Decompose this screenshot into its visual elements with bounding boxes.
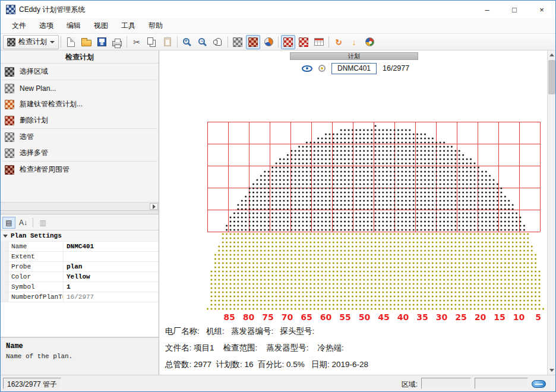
area-field-1 — [421, 378, 471, 389]
task-panel-header: 检查计划 — [1, 50, 159, 64]
sidebar-item-select-area[interactable]: 选择区域 — [1, 64, 159, 80]
new-titanium-plan-icon — [5, 100, 14, 109]
tube-grid-color-icon — [248, 37, 258, 47]
table-view-button[interactable] — [312, 35, 326, 49]
unselect-tubes-icon — [299, 37, 308, 47]
copy-icon — [147, 37, 153, 45]
property-value[interactable]: 16/2977 — [64, 292, 159, 302]
pie-view-button[interactable] — [261, 35, 276, 49]
chevron-down-icon — [50, 41, 55, 43]
select-area-icon — [5, 67, 14, 77]
property-value[interactable]: DNMC401 — [64, 242, 159, 251]
copy-button[interactable] — [145, 35, 159, 49]
sidebar-item-new-titanium-plan[interactable]: 新建钛管检查计划... — [1, 96, 159, 112]
menu-view[interactable]: 视图 — [87, 18, 115, 33]
property-value[interactable] — [64, 252, 159, 261]
menu-edit[interactable]: 编辑 — [60, 18, 87, 33]
tube-grid-color-button[interactable] — [246, 35, 260, 49]
task-panel: 检查计划 选择区域 New Plan... 新建钛管检查计划... 删除计划 — [1, 50, 159, 211]
property-pages-button[interactable]: ▥ — [36, 217, 49, 229]
print-button[interactable] — [110, 35, 124, 49]
settings-button[interactable] — [362, 35, 377, 49]
property-value[interactable]: 1 — [64, 282, 159, 292]
paste-button[interactable] — [160, 35, 175, 49]
help-text: Name of the plan. — [6, 353, 153, 360]
sidebar-item-label: 检查堵管周围管 — [20, 165, 70, 175]
plan-grid-icon — [7, 38, 15, 46]
category-plan-settings[interactable]: Plan Settings — [1, 230, 159, 242]
tube-grid-button[interactable] — [230, 35, 245, 49]
menu-file[interactable]: 文件 — [5, 18, 33, 33]
sidebar-item-select-tube[interactable]: 选管 — [1, 129, 159, 145]
menu-help[interactable]: 帮助 — [142, 18, 169, 33]
alphabetical-view-button[interactable]: A↓ — [17, 217, 30, 229]
paste-icon — [164, 37, 171, 46]
sidebar-item-check-plugged-surroundings[interactable]: 检查堵管周围管 — [1, 162, 159, 178]
sidebar-item-delete-plan[interactable]: 删除计划 — [1, 112, 159, 128]
plan-name-box[interactable]: DNMC401 — [331, 63, 377, 74]
menu-options[interactable]: 选项 — [33, 18, 60, 33]
property-row-symbol[interactable]: Symbol 1 — [1, 282, 159, 292]
property-value[interactable]: plan — [64, 262, 159, 271]
refresh-icon: ↻ — [335, 38, 342, 46]
settings-icon — [365, 37, 374, 46]
property-value[interactable]: Yellow — [64, 272, 159, 282]
property-key: Symbol — [9, 282, 64, 292]
property-row-numberofplantub[interactable]: NumberOfPlanTub 16/2977 — [1, 292, 159, 302]
info-line-file: 文件名: 项目1 检查范围: 蒸发器型号: 冷热端: — [165, 340, 423, 356]
plan-count-label: 16/2977 — [383, 64, 409, 72]
sidebar-item-select-multiple-tubes[interactable]: 选择多管 — [1, 145, 159, 161]
plan-panel-caption[interactable]: 计划 — [290, 52, 418, 60]
unselect-tubes-button[interactable] — [296, 35, 311, 49]
title-bar: CEddy 计划管理系统 – □ × — [1, 1, 555, 18]
plan-dropdown-label: 检查计划 — [18, 37, 47, 47]
main-toolbar: 检查计划 ✂ ↻ ↓ — [1, 34, 555, 50]
cut-button[interactable]: ✂ — [129, 35, 144, 49]
scrollbar-thumb[interactable] — [548, 60, 555, 94]
table-icon — [314, 38, 324, 46]
new-file-icon — [67, 37, 75, 47]
menu-tools[interactable]: 工具 — [115, 18, 142, 33]
zoom-out-button[interactable] — [195, 35, 210, 49]
sidebar-item-label: 选择多管 — [20, 148, 48, 158]
property-row-probe[interactable]: Probe plan — [1, 262, 159, 272]
save-button[interactable] — [94, 35, 109, 49]
scroll-up-button[interactable] — [548, 50, 556, 59]
minimize-button[interactable]: – — [473, 1, 501, 18]
scroll-right-button[interactable] — [150, 203, 158, 210]
new-file-button[interactable] — [64, 35, 78, 49]
zoom-in-icon — [183, 38, 189, 45]
property-row-name[interactable]: Name DNMC401 — [1, 242, 159, 252]
open-file-button[interactable] — [79, 35, 93, 49]
select-tubes-icon — [283, 37, 293, 47]
property-key: Probe — [9, 262, 64, 271]
refresh-button[interactable]: ↻ — [331, 35, 346, 49]
sidebar-splitter[interactable] — [1, 211, 159, 214]
toolbar-separator — [328, 36, 329, 48]
app-window: CEddy 计划管理系统 – □ × 文件 选项 编辑 视图 工具 帮助 检查计… — [0, 0, 556, 392]
tube-map-canvas[interactable] — [201, 117, 548, 326]
tube-map-view: 计划 DNMC401 16/2977 电厂名称: 机组: 蒸发器编号: 探头型号… — [159, 50, 548, 375]
pan-hand-icon — [215, 38, 222, 46]
open-folder-icon — [81, 40, 91, 46]
toolbar-separator — [61, 36, 61, 48]
categorized-view-button[interactable]: ▤ — [2, 217, 15, 229]
vertical-scrollbar[interactable] — [547, 50, 555, 375]
app-icon — [6, 5, 15, 14]
inspection-plan-dropdown[interactable]: 检查计划 — [3, 35, 59, 49]
property-row-color[interactable]: Color Yellow — [1, 272, 159, 282]
maximize-button[interactable]: □ — [501, 1, 528, 18]
pan-button[interactable] — [211, 35, 225, 49]
visibility-eye-icon[interactable] — [302, 65, 312, 72]
help-title: Name — [6, 342, 153, 350]
arrow-right-icon — [153, 204, 156, 209]
close-button[interactable]: × — [528, 1, 555, 18]
sidebar-horizontal-scrollbar[interactable] — [1, 202, 159, 210]
select-tubes-button[interactable] — [281, 35, 295, 49]
sidebar-item-new-plan[interactable]: New Plan... — [1, 80, 159, 96]
import-button[interactable]: ↓ — [347, 35, 361, 49]
property-row-extent[interactable]: Extent — [1, 252, 159, 262]
zoom-in-button[interactable] — [180, 35, 194, 49]
locate-ring-icon[interactable] — [318, 65, 326, 72]
scroll-down-button[interactable] — [548, 366, 556, 375]
